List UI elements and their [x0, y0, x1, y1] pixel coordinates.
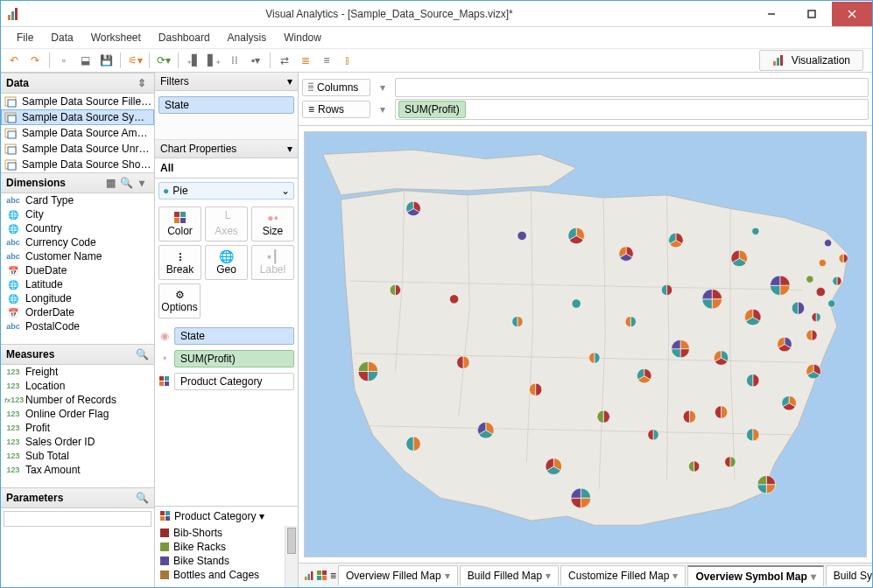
- chevron-down-icon[interactable]: ▾: [811, 570, 816, 583]
- chevron-down-icon[interactable]: ▾: [445, 570, 450, 582]
- connect-icon[interactable]: ⚟▾: [125, 51, 144, 70]
- filter-pill-state[interactable]: State: [158, 96, 294, 114]
- table-icon[interactable]: ▦: [103, 176, 117, 190]
- menu-worksheet[interactable]: Worksheet: [84, 30, 148, 46]
- label-button[interactable]: ▪┃Label: [251, 245, 294, 280]
- visualization-button[interactable]: Visualization: [759, 50, 863, 71]
- chart-type-selector[interactable]: ● Pie ⌄: [158, 182, 294, 200]
- sheet-tab[interactable]: Build Symbol Map▾: [826, 565, 872, 585]
- chevron-down-icon[interactable]: ▾: [376, 103, 390, 116]
- map-view[interactable]: [304, 131, 867, 557]
- align2-icon[interactable]: ≡: [317, 51, 336, 70]
- break-button[interactable]: ⫶Break: [158, 245, 201, 280]
- scrollbar[interactable]: [285, 526, 298, 587]
- search-icon[interactable]: 🔍: [119, 176, 133, 190]
- size-button[interactable]: ●●Size: [251, 206, 294, 242]
- dimension-item[interactable]: abcPostalCode: [1, 319, 154, 333]
- dimension-item[interactable]: abcCustomer Name: [1, 249, 154, 263]
- data-source-item[interactable]: Sample Data Source Fille…: [1, 94, 154, 109]
- open-icon[interactable]: ⬓: [75, 51, 95, 70]
- dropdown-icon[interactable]: ▾: [287, 75, 292, 88]
- search-icon[interactable]: 🔍: [135, 347, 149, 361]
- dimension-item[interactable]: 📅DueDate: [1, 263, 154, 277]
- menu-window[interactable]: Window: [277, 30, 328, 46]
- swap-icon[interactable]: ⇄: [275, 51, 294, 70]
- measure-item[interactable]: 123Location: [1, 379, 154, 393]
- dimension-item[interactable]: 🌐Longitude: [1, 291, 154, 305]
- sort-desc-icon[interactable]: ▋₊: [204, 51, 223, 70]
- all-tab[interactable]: All: [155, 158, 298, 178]
- measure-item[interactable]: fx123Number of Records: [1, 393, 154, 407]
- redo-icon[interactable]: ↷: [25, 51, 45, 70]
- align1-icon[interactable]: ≣: [296, 51, 315, 70]
- chevron-down-icon[interactable]: ▾: [376, 81, 390, 94]
- legend-item[interactable]: Bike Racks: [160, 540, 279, 554]
- row-pill[interactable]: SUM(Profit): [398, 101, 466, 118]
- options-button[interactable]: ⚙Options: [158, 284, 201, 318]
- rows-shelf[interactable]: SUM(Profit): [395, 99, 869, 120]
- legend-item[interactable]: Bottles and Cages: [160, 568, 279, 582]
- dropdown-icon[interactable]: ▾: [259, 510, 264, 522]
- menu-dashboard[interactable]: Dashboard: [151, 30, 217, 46]
- measure-item[interactable]: 123Profit: [1, 421, 154, 435]
- sheet-tab[interactable]: Customize Filled Map▾: [560, 565, 686, 585]
- columns-shelf[interactable]: [395, 78, 869, 97]
- sort-asc-icon[interactable]: ₊▋: [183, 51, 202, 70]
- data-source-item[interactable]: Sample Data Source Unr…: [1, 141, 154, 157]
- data-source-item[interactable]: Sample Data Source Sho…: [1, 157, 154, 172]
- dimension-item[interactable]: 🌐Country: [1, 221, 154, 235]
- save-icon[interactable]: 💾: [96, 51, 116, 70]
- chevron-down-icon[interactable]: ▾: [672, 570, 678, 582]
- sheet-tab[interactable]: Overview Symbol Map▾: [687, 565, 823, 586]
- minimize-button[interactable]: [751, 2, 792, 26]
- parameter-input[interactable]: [4, 511, 151, 527]
- geo-button[interactable]: 🌐Geo: [205, 245, 248, 280]
- chevron-down-icon[interactable]: ▾: [546, 570, 551, 582]
- sheet-tab[interactable]: Overview Filled Map▾: [338, 565, 458, 585]
- menu-analysis[interactable]: Analysis: [221, 30, 274, 46]
- menu-data[interactable]: Data: [44, 30, 80, 46]
- data-source-item[interactable]: Sample Data Source Am…: [1, 125, 154, 141]
- data-panel: Data ⇕ Sample Data Source Fille… Sample …: [1, 73, 155, 587]
- dimension-item[interactable]: 🌐City: [1, 207, 154, 221]
- legend-item[interactable]: Bib-Shorts: [160, 526, 279, 540]
- pill-sum-profit[interactable]: SUM(Profit): [174, 350, 294, 368]
- measure-item[interactable]: 123Online Order Flag: [1, 407, 154, 421]
- undo-icon[interactable]: ↶: [4, 51, 24, 70]
- measure-item[interactable]: 123Tax Amount: [1, 463, 154, 477]
- align3-icon[interactable]: ⫿: [338, 51, 357, 70]
- measure-item[interactable]: 123Freight: [1, 365, 154, 379]
- axes-button[interactable]: └Axes: [205, 206, 248, 242]
- svg-rect-42: [305, 577, 307, 580]
- new-sheet-icon[interactable]: [302, 566, 314, 585]
- sheet-tab[interactable]: Build Filled Map▾: [460, 565, 559, 585]
- chart-bars-icon[interactable]: ⁞⁞: [225, 51, 244, 70]
- dimension-item[interactable]: 📅OrderDate: [1, 305, 154, 319]
- measure-item[interactable]: 123Sales Order ID: [1, 435, 154, 449]
- new-dashboard-icon[interactable]: [316, 566, 328, 585]
- columns-shelf-label[interactable]: ⦙⦙⦙Columns: [302, 79, 370, 96]
- rows-shelf-label[interactable]: ≡Rows: [302, 101, 370, 118]
- menu-file[interactable]: File: [10, 30, 40, 46]
- dimension-item[interactable]: 🌐Latitude: [1, 277, 154, 291]
- new-story-icon[interactable]: ≡: [330, 566, 336, 585]
- filters-shelf[interactable]: State: [155, 91, 298, 140]
- pill-product-category[interactable]: Product Category: [174, 373, 294, 390]
- dimension-item[interactable]: abcCard Type: [1, 193, 154, 207]
- chart-mini-icon[interactable]: ▪▾: [246, 51, 265, 70]
- search-icon[interactable]: 🔍: [135, 491, 149, 505]
- data-source-item[interactable]: Sample Data Source Sy…: [1, 109, 154, 125]
- color-button[interactable]: Color: [158, 206, 201, 242]
- legend-item[interactable]: Bike Stands: [160, 554, 279, 568]
- close-button[interactable]: [832, 2, 872, 26]
- measure-item[interactable]: 123Sub Total: [1, 449, 154, 463]
- dropdown-icon[interactable]: ▾: [135, 176, 149, 190]
- data-header: Data ⇕: [1, 73, 154, 94]
- new-icon[interactable]: ▫: [54, 51, 74, 70]
- updown-icon[interactable]: ⇕: [135, 76, 149, 90]
- pill-state[interactable]: State: [174, 327, 294, 345]
- refresh-icon[interactable]: ⟳▾: [154, 51, 173, 70]
- dimension-item[interactable]: abcCurrency Code: [1, 235, 154, 249]
- maximize-button[interactable]: [792, 2, 832, 26]
- dropdown-icon[interactable]: ▾: [287, 143, 292, 155]
